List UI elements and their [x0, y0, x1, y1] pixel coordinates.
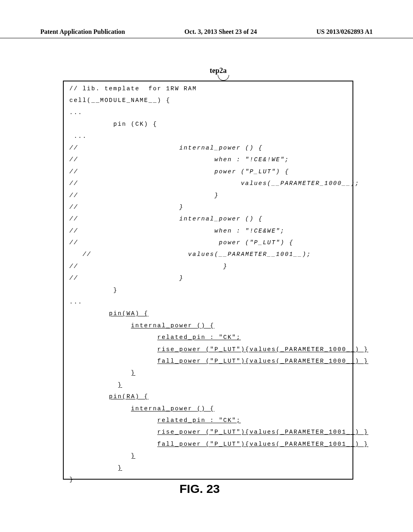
code-line: cell(__MODULE_NAME__) {	[69, 97, 347, 104]
code-line: // }	[69, 192, 347, 199]
code-line: }	[69, 370, 347, 376]
code-line: ...	[69, 109, 347, 116]
code-line: // when : "!CE&!WE";	[69, 156, 347, 163]
figure-caption: FIG. 23	[179, 482, 220, 496]
code-line: // }	[69, 204, 347, 211]
code-line: }	[69, 453, 347, 459]
code-line: ...	[69, 299, 347, 305]
code-line: ...	[69, 133, 347, 140]
callout-arc-icon	[218, 75, 229, 81]
code-line: internal_power () {	[69, 322, 347, 329]
code-line: rise_power ("P_LUT"){values(_PARAMETER_1…	[69, 429, 347, 436]
code-line: // values(__PARAMETER__1001__);	[69, 251, 347, 258]
header-right: US 2013/0262893 A1	[316, 28, 373, 35]
code-line: // when : "!CE&WE";	[69, 228, 347, 235]
code-line: // values(__PARAMETER_1000__);	[69, 180, 347, 187]
code-line: internal_power () {	[69, 405, 347, 412]
code-line: pin (CK) {	[69, 121, 347, 128]
code-line: related_pin : "CK";	[69, 417, 347, 424]
figure-label-tep2a: tep2a	[210, 66, 227, 75]
code-line: // power ("P_LUT") {	[69, 239, 347, 246]
code-line: // }	[69, 275, 347, 282]
code-line: // internal_power () {	[69, 145, 347, 152]
code-line: pin(RA) {	[69, 393, 347, 400]
code-line: // internal_power () {	[69, 216, 347, 222]
code-template-box: // lib. template for 1RW RAM cell(__MODU…	[63, 81, 353, 480]
code-line: rise_power ("P_LUT"){values(_PARAMETER_1…	[69, 346, 347, 353]
header-left: Patent Application Publication	[40, 28, 125, 35]
code-line: fall_power ("P_LUT"){values(_PARAMETER_1…	[69, 441, 347, 448]
page-header: Patent Application Publication Oct. 3, 2…	[0, 0, 413, 38]
code-line: }	[69, 287, 347, 294]
code-line: related_pin : "CK";	[69, 334, 347, 341]
code-line: }	[69, 465, 347, 472]
code-line: // lib. template for 1RW RAM	[69, 85, 347, 92]
code-line: // power ("P_LUT") {	[69, 168, 347, 175]
header-center: Oct. 3, 2013 Sheet 23 of 24	[184, 28, 257, 35]
code-line: fall_power ("P_LUT"){values(_PARAMETER_1…	[69, 358, 347, 365]
code-line: // }	[69, 263, 347, 270]
code-line: pin(WA) {	[69, 310, 347, 317]
code-line: }	[69, 382, 347, 389]
